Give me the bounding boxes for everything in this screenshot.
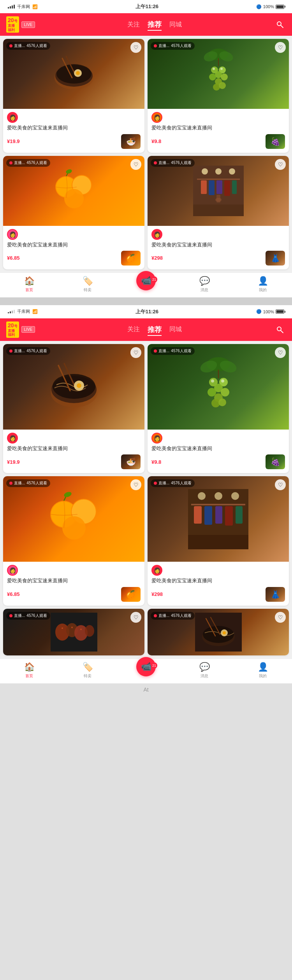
carrier-2: 千库网 xyxy=(17,309,30,314)
card-title-1: 爱吃美食的宝宝速来直播间 xyxy=(7,124,141,131)
product-card-1[interactable]: 直播... 4576人观看 ♡ 👩 爱吃美食的宝宝速来直播间 ¥19.9 xyxy=(3,39,144,152)
nav-bar-1: 20号 直播 福利 LIVE 关注 推荐 同城 xyxy=(0,13,292,36)
home-label: 首页 xyxy=(25,287,33,293)
tab-local-2[interactable]: 同城 xyxy=(169,324,182,335)
svg-rect-81 xyxy=(225,506,233,526)
nav-profile-2[interactable]: 👤 我的 xyxy=(234,662,292,679)
avatar-2-1: 👩 xyxy=(7,433,18,444)
profile-label: 我的 xyxy=(259,287,267,293)
promo-badge: 20号 直播 福利 xyxy=(6,16,19,33)
svg-point-96 xyxy=(223,631,226,634)
content-area-1: 直播... 4576人观看 ♡ 👩 爱吃美食的宝宝速来直播间 ¥19.9 xyxy=(0,36,292,272)
price-1: ¥19.9 xyxy=(7,138,20,144)
phone-separator xyxy=(0,297,292,305)
sale-icon: 🏷️ xyxy=(83,276,93,286)
svg-point-51 xyxy=(77,383,81,388)
tab-follow[interactable]: 关注 xyxy=(127,19,140,30)
svg-point-22 xyxy=(220,68,223,70)
price-2-2: ¥9.8 xyxy=(151,459,161,465)
tab-local[interactable]: 同城 xyxy=(169,19,182,30)
viewer-count-1: 4576人观看 xyxy=(26,43,47,49)
avatar-2-4: 👩 xyxy=(151,565,162,576)
svg-point-88 xyxy=(85,625,94,637)
card-info-4: 👩 爱吃美食的宝宝速来直播间 ¥298 👗 xyxy=(148,226,289,269)
live-text-1: 直播... xyxy=(14,43,25,49)
nav-live-center-2[interactable]: 📹 21 xyxy=(117,664,175,676)
card-title-4: 爱吃美食的宝宝速来直播间 xyxy=(151,241,285,248)
tab-recommend[interactable]: 推荐 xyxy=(148,18,162,31)
svg-rect-39 xyxy=(232,180,237,194)
price-2-4: ¥298 xyxy=(151,591,163,597)
live-badge: LIVE xyxy=(21,21,35,28)
tab-follow-2[interactable]: 关注 xyxy=(127,324,140,335)
price-2-3: ¥6.85 xyxy=(7,591,20,597)
nav-sale[interactable]: 🏷️ 特卖 xyxy=(58,276,117,293)
card-image-1: 直播... 4576人观看 ♡ xyxy=(3,39,144,109)
live-badge-count-2: 21 xyxy=(151,662,157,669)
card-title-2-3: 爱吃美食的宝宝速来直播间 xyxy=(7,577,141,584)
product-card-2-6[interactable]: 直播... 4576人观看 ♡ xyxy=(148,609,289,655)
svg-point-94 xyxy=(203,626,234,643)
thumb-2: 🍇 xyxy=(266,134,285,149)
nav-left: 20号 直播 福利 LIVE xyxy=(6,16,35,33)
card-info-1: 👩 爱吃美食的宝宝速来直播间 ¥19.9 🍜 xyxy=(3,109,144,152)
product-card-2-4[interactable]: 直播... 4576人观看 ♡ 👩 爱吃美食的宝宝速来直播间 ¥298 xyxy=(148,476,289,605)
product-card-2-2[interactable]: 直播... 4576人观看 ♡ 👩 爱吃美食的宝宝速来直播间 ¥9.8 xyxy=(148,344,289,473)
carrier-name: 千库网 xyxy=(17,4,30,10)
svg-point-32 xyxy=(215,168,222,175)
tab-recommend-2[interactable]: 推荐 xyxy=(148,323,162,336)
heart-button-2-2[interactable]: ♡ xyxy=(275,347,286,358)
nav-message-2[interactable]: 💬 消息 xyxy=(175,662,234,679)
product-card-3[interactable]: 直播... 4576人观看 ♡ 👩 爱吃美食的宝宝速来直播间 ¥6.85 xyxy=(3,156,144,269)
nav-tabs: 关注 推荐 同城 xyxy=(127,18,182,31)
svg-point-8 xyxy=(76,71,80,75)
nav-sale-2[interactable]: 🏷️ 特卖 xyxy=(58,662,117,679)
bluetooth-icon: 🔵 xyxy=(256,4,262,9)
card-image-2-5: 直播... 4576人观看 ♡ xyxy=(3,609,144,655)
heart-button-3[interactable]: ♡ xyxy=(130,159,141,170)
nav-home[interactable]: 🏠 首页 xyxy=(0,276,58,293)
heart-button-2-6[interactable]: ♡ xyxy=(275,612,286,623)
nav-message[interactable]: 💬 消息 xyxy=(175,276,234,293)
phone-frame-2: 千库网 📶 上午11:26 🔵 100% 20号 直播 福利 LIVE 关注 推… xyxy=(0,305,292,696)
thumb-4: 👗 xyxy=(266,251,285,266)
svg-rect-80 xyxy=(215,506,222,524)
price-row-4: ¥298 👗 xyxy=(151,251,285,266)
svg-rect-82 xyxy=(236,506,243,524)
heart-button-4[interactable]: ♡ xyxy=(275,159,286,170)
card-image-2-4: 直播... 4576人观看 ♡ xyxy=(148,476,289,562)
nav-profile[interactable]: 👤 我的 xyxy=(234,276,292,293)
nav-live-center[interactable]: 📹 21 xyxy=(117,278,175,290)
streamer-row-1: 👩 xyxy=(7,112,141,123)
svg-point-63 xyxy=(218,398,226,406)
svg-rect-36 xyxy=(209,180,215,195)
live-indicator-1: 直播... 4576人观看 xyxy=(6,42,50,50)
product-card-2-1[interactable]: 直播... 4576人观看 ♡ 👩 爱吃美食的宝宝速来直播间 ¥19.9 xyxy=(3,344,144,473)
time-2: 上午11:26 xyxy=(135,308,158,315)
wifi-icon: 📶 xyxy=(32,4,38,9)
svg-rect-38 xyxy=(224,180,230,196)
svg-point-74 xyxy=(198,492,206,500)
heart-button-2-1[interactable]: ♡ xyxy=(130,347,141,358)
search-button[interactable] xyxy=(274,19,286,30)
card-image-2-3: 直播... 4576人观看 ♡ xyxy=(3,476,144,562)
profile-icon: 👤 xyxy=(258,276,268,286)
svg-point-76 xyxy=(231,492,239,500)
nav-home-2[interactable]: 🏠 首页 xyxy=(0,662,58,679)
product-card-4[interactable]: 直播... 4576人观看 ♡ 👩 爱吃美食的宝宝速来直播间 ¥298 xyxy=(148,156,289,269)
product-card-2[interactable]: 直播... 4576人观看 ♡ 👩 爱吃美食的宝宝速来直播间 ¥9.8 xyxy=(148,39,289,152)
svg-point-70 xyxy=(62,516,86,540)
card-image-4: 直播... 4576人观看 ♡ xyxy=(148,156,289,226)
product-card-2-3[interactable]: 直播... 4576人观看 ♡ 👩 爱吃美食的宝宝速来直播间 ¥6.85 xyxy=(3,476,144,605)
price-4: ¥298 xyxy=(151,255,163,261)
svg-point-29 xyxy=(65,168,72,174)
heart-button-2-5[interactable]: ♡ xyxy=(130,612,141,623)
svg-point-91 xyxy=(80,629,82,630)
bottom-nav-2: 🏠 首页 🏷️ 特卖 📹 21 💬 消息 👤 我的 xyxy=(0,659,292,683)
product-card-2-5[interactable]: 直播... 4576人观看 ♡ xyxy=(3,609,144,655)
avatar-2: 👩 xyxy=(151,112,162,123)
card-grid-1: 直播... 4576人观看 ♡ 👩 爱吃美食的宝宝速来直播间 ¥19.9 xyxy=(3,39,289,269)
svg-rect-35 xyxy=(201,180,207,194)
card-info-3: 👩 爱吃美食的宝宝速来直播间 ¥6.85 🍊 xyxy=(3,226,144,269)
search-button-2[interactable] xyxy=(274,324,286,335)
